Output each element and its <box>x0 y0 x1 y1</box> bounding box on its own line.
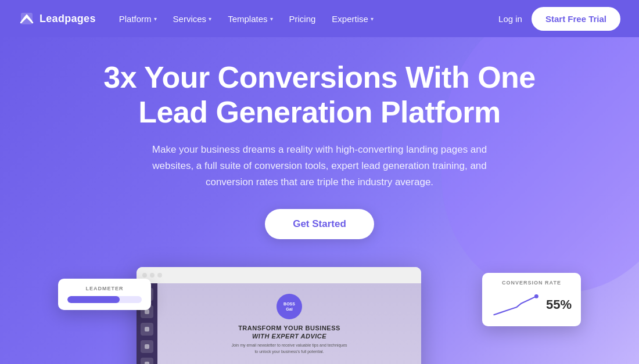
lp-content: BOSS Gal TRANSFORM YOUR BUSINESS with EX… <box>157 283 421 364</box>
login-button[interactable]: Log in <box>498 14 522 24</box>
nav-services[interactable]: Services ▾ <box>166 9 219 28</box>
boss-gal-badge: BOSS Gal <box>277 294 302 319</box>
hero-content: 3x Your Conversions With One Lead Genera… <box>93 60 546 267</box>
sidebar-icon-4 <box>141 340 153 353</box>
nav-pricing[interactable]: Pricing <box>282 9 323 28</box>
logo-link[interactable]: Leadpages <box>19 10 96 27</box>
browser-dot-red <box>142 273 147 277</box>
hero-title: 3x Your Conversions With One Lead Genera… <box>93 60 546 130</box>
sidebar-icon-3 <box>141 323 153 336</box>
nav-expertise[interactable]: Expertise ▾ <box>325 9 380 28</box>
nav-templates[interactable]: Templates ▾ <box>221 9 279 28</box>
leadmeter-fill <box>67 296 120 303</box>
lp-headline: TRANSFORM YOUR BUSINESS with EXPERT ADVI… <box>238 324 340 341</box>
conversion-percent: 55% <box>546 297 572 312</box>
browser-dot-yellow <box>150 273 155 277</box>
leadmeter-label: LEADMETER <box>67 286 142 291</box>
browser-content: BOSS Gal TRANSFORM YOUR BUSINESS with EX… <box>137 283 421 364</box>
preview-area: LEADMETER <box>58 267 581 364</box>
navbar: Leadpages Platform ▾ Services ▾ Template… <box>0 0 639 37</box>
chevron-down-icon: ▾ <box>209 16 211 22</box>
nav-platform[interactable]: Platform ▾ <box>112 9 164 28</box>
chevron-down-icon: ▾ <box>371 16 374 22</box>
sidebar-icon-5 <box>141 358 153 364</box>
nav-actions: Log in Start Free Trial <box>498 7 620 31</box>
browser-bar <box>137 267 421 283</box>
brand-name: Leadpages <box>40 13 96 25</box>
hero-section: 3x Your Conversions With One Lead Genera… <box>0 37 639 364</box>
conversion-label: CONVERSION RATE <box>491 280 572 286</box>
chevron-down-icon: ▾ <box>154 16 157 22</box>
browser-mockup: BOSS Gal TRANSFORM YOUR BUSINESS with EX… <box>137 267 421 364</box>
conversion-chart-area: 55% <box>491 290 572 319</box>
start-trial-button[interactable]: Start Free Trial <box>532 7 620 31</box>
svg-point-1 <box>534 294 539 298</box>
browser-dot-green <box>157 273 162 277</box>
boss-gal-text: BOSS Gal <box>283 301 295 312</box>
hero-subtitle: Make your business dreams a reality with… <box>131 142 508 190</box>
lp-subtext: Join my email newsletter to receive valu… <box>231 343 347 355</box>
get-started-button[interactable]: Get Started <box>265 209 374 239</box>
conversion-chart <box>491 290 541 319</box>
nav-links: Platform ▾ Services ▾ Templates ▾ Pricin… <box>112 9 498 28</box>
landing-page-preview: BOSS Gal TRANSFORM YOUR BUSINESS with EX… <box>157 283 421 364</box>
leadmeter-bar <box>67 296 142 303</box>
logo-icon <box>19 10 35 27</box>
conversion-widget: CONVERSION RATE 55% <box>482 273 581 326</box>
chevron-down-icon: ▾ <box>270 16 273 22</box>
leadmeter-widget: LEADMETER <box>58 279 151 310</box>
